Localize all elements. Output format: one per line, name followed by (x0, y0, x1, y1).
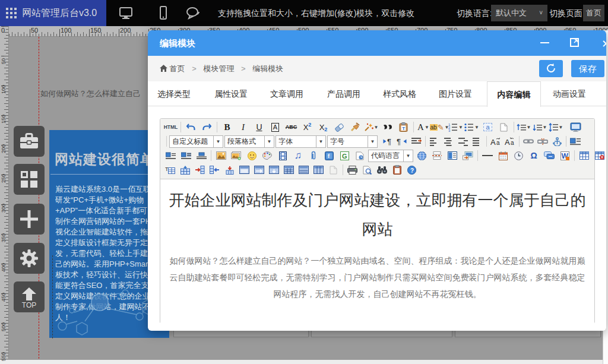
svg-text:A: A (490, 138, 496, 145)
svg-text:¶: ¶ (387, 137, 391, 145)
svg-text:?: ? (410, 167, 414, 173)
svg-text:T: T (402, 126, 405, 131)
svg-text:¶: ¶ (397, 137, 401, 145)
svg-text:A: A (505, 138, 510, 145)
svg-text:a: a (496, 140, 500, 145)
svg-text:3: 3 (448, 129, 451, 132)
svg-text:G: G (342, 152, 347, 159)
svg-text:a: a (511, 140, 514, 145)
